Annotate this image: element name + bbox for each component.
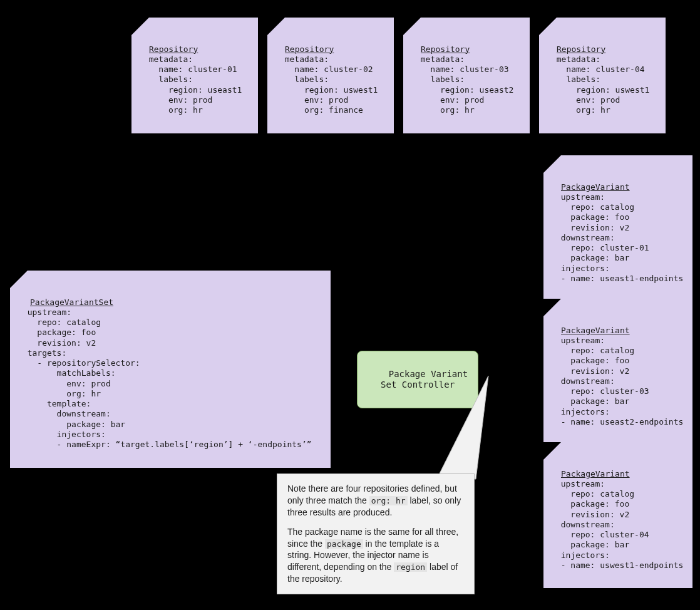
code-org-hr: org: hr bbox=[369, 496, 408, 505]
code-region: region bbox=[394, 562, 427, 572]
note-paragraph-1: Note there are four repositories defined… bbox=[287, 483, 464, 519]
diagram-stage: Repository metadata: name: cluster-01 la… bbox=[0, 0, 700, 610]
note-box: Note there are four repositories defined… bbox=[277, 473, 475, 594]
svg-marker-0 bbox=[438, 376, 488, 479]
note-paragraph-2: The package name is the same for all thr… bbox=[287, 526, 464, 585]
code-package: package bbox=[325, 539, 363, 549]
